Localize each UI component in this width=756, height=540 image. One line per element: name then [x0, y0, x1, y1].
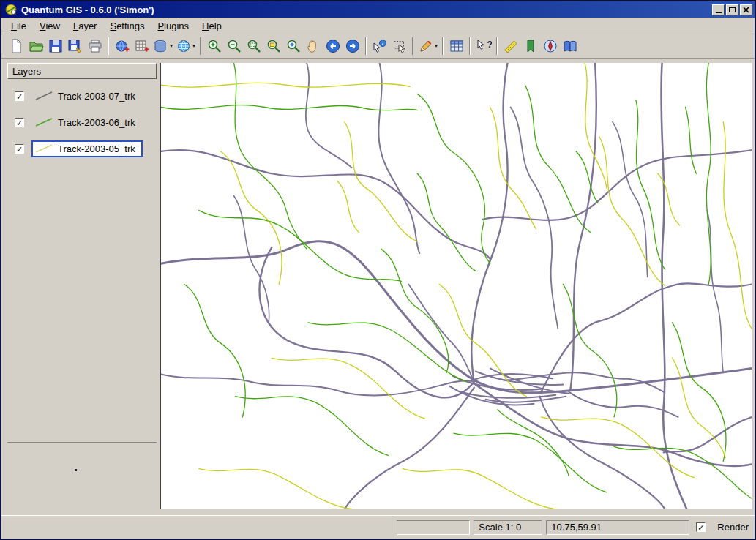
- open-project-icon: [28, 38, 44, 54]
- toolbar-open-project-button[interactable]: [26, 37, 45, 56]
- layer-label: Track-2003-06_trk: [58, 117, 135, 128]
- toolbar-separator: [200, 37, 201, 55]
- layer-item[interactable]: ✓Track-2003-06_trk: [15, 113, 157, 132]
- toolbar-zoom-last-button[interactable]: [323, 37, 343, 56]
- menu-bar: FileViewLayerSettingsPluginsHelp: [1, 18, 755, 34]
- overview-extent-marker: [75, 469, 77, 471]
- layer-item[interactable]: ✓Track-2003-05_trk: [15, 139, 157, 158]
- menu-item-settings[interactable]: Settings: [103, 18, 151, 34]
- toolbar-new-project-button[interactable]: [6, 37, 26, 56]
- toolbar-open-attribute-table-button[interactable]: [446, 37, 466, 56]
- add-postgis-layer-icon: [153, 38, 169, 54]
- toolbar-save-project-button[interactable]: [45, 37, 65, 56]
- layers-panel-header: Layers: [7, 63, 157, 79]
- layer-item[interactable]: ✓Track-2003-07_trk: [15, 86, 157, 105]
- menu-item-plugins[interactable]: Plugins: [151, 18, 195, 34]
- zoom-out-icon: [226, 38, 242, 54]
- layer-visibility-checkbox[interactable]: ✓: [15, 118, 24, 127]
- toolbar-capture-point-button[interactable]: ▾: [416, 37, 439, 56]
- zoom-full-extent-icon: [246, 38, 262, 54]
- toolbar-separator: [442, 37, 444, 55]
- zoom-to-layer-icon: [285, 38, 302, 54]
- layer-label: Track-2003-07_trk: [58, 91, 135, 102]
- toolbar-zoom-full-extent-button[interactable]: [244, 37, 263, 56]
- toolbar-separator: [469, 37, 471, 55]
- save-project-icon: [48, 38, 64, 54]
- pan-map-icon: [305, 38, 321, 54]
- toolbar-print-button[interactable]: [85, 37, 105, 56]
- maximize-icon: [729, 7, 736, 12]
- toolbar-zoom-out-button[interactable]: [224, 37, 244, 56]
- title-bar: Quantum GIS - 0.6.0 ('Simon'): [1, 1, 755, 18]
- scale-field: Scale 1: 0: [474, 520, 542, 535]
- print-icon: [87, 38, 103, 54]
- maximize-button[interactable]: [726, 4, 738, 15]
- layer-line-swatch-icon: [34, 91, 53, 101]
- toolbar-add-postgis-layer-button[interactable]: ▾: [151, 37, 174, 56]
- measure-line-icon: [503, 38, 519, 54]
- layer-line-swatch-icon: [34, 143, 53, 154]
- layer-label: Track-2003-05_trk: [58, 143, 135, 154]
- new-project-icon: [8, 38, 24, 54]
- toolbar-save-project-as-button[interactable]: [65, 37, 85, 56]
- render-checkbox[interactable]: ✓: [696, 522, 706, 532]
- layer-line-swatch-icon: [34, 117, 53, 127]
- zoom-to-selection-icon: [266, 38, 282, 54]
- help-contents-icon: [562, 38, 578, 54]
- layers-panel: Layers ✓Track-2003-07_trk✓Track-2003-06_…: [7, 63, 157, 509]
- map-overview-panel[interactable]: [7, 442, 157, 509]
- layer-visibility-checkbox[interactable]: ✓: [15, 144, 24, 154]
- save-project-as-icon: [67, 38, 83, 54]
- toolbar-add-raster-layer-button[interactable]: [132, 37, 151, 56]
- dropdown-arrow-icon[interactable]: ▾: [192, 43, 195, 49]
- qgis-app-icon: [5, 4, 17, 15]
- open-attribute-table-icon: [449, 38, 465, 54]
- content-area: Layers ✓Track-2003-07_trk✓Track-2003-06_…: [1, 59, 755, 515]
- app-window: Quantum GIS - 0.6.0 ('Simon') FileViewLa…: [0, 0, 756, 540]
- layer-entry[interactable]: Track-2003-07_trk: [31, 88, 143, 105]
- toolbar-add-wms-layer-button[interactable]: ▾: [174, 37, 197, 56]
- render-toggle[interactable]: ✓ Render: [693, 522, 749, 533]
- layer-entry[interactable]: Track-2003-06_trk: [31, 114, 143, 131]
- status-bar: Scale 1: 0 10.75,59.91 ✓ Render: [1, 515, 755, 539]
- toolbar-add-vector-layer-button[interactable]: [112, 37, 132, 56]
- layer-list: ✓Track-2003-07_trk✓Track-2003-06_trk✓Tra…: [7, 79, 157, 442]
- toolbar-zoom-to-selection-button[interactable]: [263, 37, 283, 56]
- close-button[interactable]: [740, 4, 752, 15]
- svg-text:?: ?: [487, 40, 492, 50]
- whats-this-icon: ?: [476, 38, 492, 54]
- coordinates-field: 10.75,59.91: [546, 520, 689, 535]
- map-canvas[interactable]: [161, 63, 752, 509]
- add-raster-layer-icon: [134, 38, 150, 54]
- minimize-button[interactable]: [712, 4, 725, 15]
- window-title: Quantum GIS - 0.6.0 ('Simon'): [21, 4, 711, 15]
- identify-features-icon: [372, 38, 388, 54]
- layer-entry[interactable]: Track-2003-05_trk: [31, 140, 143, 157]
- menu-item-file[interactable]: File: [4, 18, 33, 34]
- toolbar-zoom-to-layer-button[interactable]: [283, 37, 303, 56]
- toolbar-custom-projection-button[interactable]: [540, 37, 560, 56]
- toolbar-separator: [365, 37, 367, 55]
- custom-projection-icon: [542, 38, 558, 54]
- toolbar-measure-line-button[interactable]: [501, 37, 520, 56]
- add-wms-layer-icon: [176, 38, 192, 54]
- dropdown-arrow-icon[interactable]: ▾: [435, 43, 438, 49]
- zoom-last-icon: [325, 38, 341, 54]
- menu-item-view[interactable]: View: [33, 18, 67, 34]
- dropdown-arrow-icon[interactable]: ▾: [170, 43, 173, 49]
- toolbar-pan-map-button[interactable]: [303, 37, 323, 56]
- toolbar-select-features-button[interactable]: [389, 37, 409, 56]
- toolbar-whats-this-button[interactable]: ?: [474, 37, 493, 56]
- capture-point-icon: [418, 38, 434, 54]
- menu-item-layer[interactable]: Layer: [67, 18, 104, 34]
- toolbar-new-bookmark-button[interactable]: [520, 37, 540, 56]
- select-features-icon: [392, 38, 408, 54]
- menu-item-help[interactable]: Help: [195, 18, 228, 34]
- render-label: Render: [717, 522, 749, 533]
- progress-field: [397, 520, 470, 535]
- toolbar-zoom-next-button[interactable]: [343, 37, 362, 56]
- toolbar-help-contents-button[interactable]: [560, 37, 580, 56]
- layer-visibility-checkbox[interactable]: ✓: [15, 91, 24, 101]
- toolbar-identify-features-button[interactable]: [370, 37, 389, 56]
- toolbar-zoom-in-button[interactable]: [204, 37, 224, 56]
